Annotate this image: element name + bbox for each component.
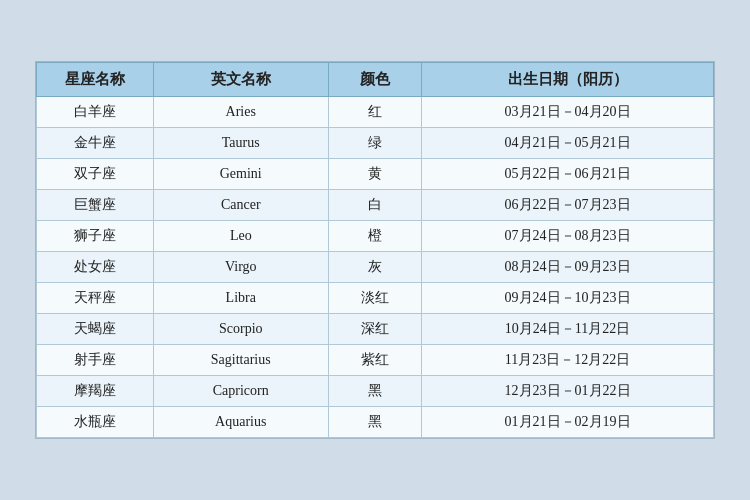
cell-chinese: 狮子座 [37,221,154,252]
cell-chinese: 双子座 [37,159,154,190]
table-row: 金牛座Taurus绿04月21日－05月21日 [37,128,714,159]
cell-chinese: 水瓶座 [37,407,154,438]
cell-date: 11月23日－12月22日 [422,345,714,376]
table-row: 天蝎座Scorpio深红10月24日－11月22日 [37,314,714,345]
table-row: 白羊座Aries红03月21日－04月20日 [37,97,714,128]
header-date: 出生日期（阳历） [422,63,714,97]
cell-chinese: 处女座 [37,252,154,283]
cell-date: 04月21日－05月21日 [422,128,714,159]
zodiac-table-container: 星座名称 英文名称 颜色 出生日期（阳历） 白羊座Aries红03月21日－04… [35,61,715,439]
cell-english: Aquarius [153,407,328,438]
cell-chinese: 射手座 [37,345,154,376]
header-chinese: 星座名称 [37,63,154,97]
cell-chinese: 天蝎座 [37,314,154,345]
cell-date: 05月22日－06月21日 [422,159,714,190]
cell-color: 白 [328,190,421,221]
cell-date: 10月24日－11月22日 [422,314,714,345]
table-row: 天秤座Libra淡红09月24日－10月23日 [37,283,714,314]
cell-color: 灰 [328,252,421,283]
table-row: 狮子座Leo橙07月24日－08月23日 [37,221,714,252]
cell-chinese: 巨蟹座 [37,190,154,221]
cell-color: 深红 [328,314,421,345]
cell-chinese: 金牛座 [37,128,154,159]
cell-date: 09月24日－10月23日 [422,283,714,314]
cell-date: 01月21日－02月19日 [422,407,714,438]
cell-color: 橙 [328,221,421,252]
zodiac-table: 星座名称 英文名称 颜色 出生日期（阳历） 白羊座Aries红03月21日－04… [36,62,714,438]
cell-chinese: 摩羯座 [37,376,154,407]
cell-english: Leo [153,221,328,252]
table-row: 处女座Virgo灰08月24日－09月23日 [37,252,714,283]
cell-english: Sagittarius [153,345,328,376]
cell-date: 03月21日－04月20日 [422,97,714,128]
table-row: 巨蟹座Cancer白06月22日－07月23日 [37,190,714,221]
cell-date: 08月24日－09月23日 [422,252,714,283]
cell-english: Taurus [153,128,328,159]
table-row: 射手座Sagittarius紫红11月23日－12月22日 [37,345,714,376]
table-body: 白羊座Aries红03月21日－04月20日金牛座Taurus绿04月21日－0… [37,97,714,438]
cell-color: 黄 [328,159,421,190]
table-row: 双子座Gemini黄05月22日－06月21日 [37,159,714,190]
cell-english: Libra [153,283,328,314]
cell-date: 06月22日－07月23日 [422,190,714,221]
cell-chinese: 天秤座 [37,283,154,314]
cell-english: Aries [153,97,328,128]
cell-english: Scorpio [153,314,328,345]
header-color: 颜色 [328,63,421,97]
cell-color: 黑 [328,407,421,438]
cell-chinese: 白羊座 [37,97,154,128]
table-header-row: 星座名称 英文名称 颜色 出生日期（阳历） [37,63,714,97]
cell-english: Capricorn [153,376,328,407]
cell-date: 12月23日－01月22日 [422,376,714,407]
cell-english: Cancer [153,190,328,221]
table-row: 水瓶座Aquarius黑01月21日－02月19日 [37,407,714,438]
cell-color: 红 [328,97,421,128]
cell-date: 07月24日－08月23日 [422,221,714,252]
header-english: 英文名称 [153,63,328,97]
cell-color: 淡红 [328,283,421,314]
cell-english: Gemini [153,159,328,190]
cell-color: 紫红 [328,345,421,376]
cell-color: 绿 [328,128,421,159]
table-row: 摩羯座Capricorn黑12月23日－01月22日 [37,376,714,407]
cell-color: 黑 [328,376,421,407]
cell-english: Virgo [153,252,328,283]
